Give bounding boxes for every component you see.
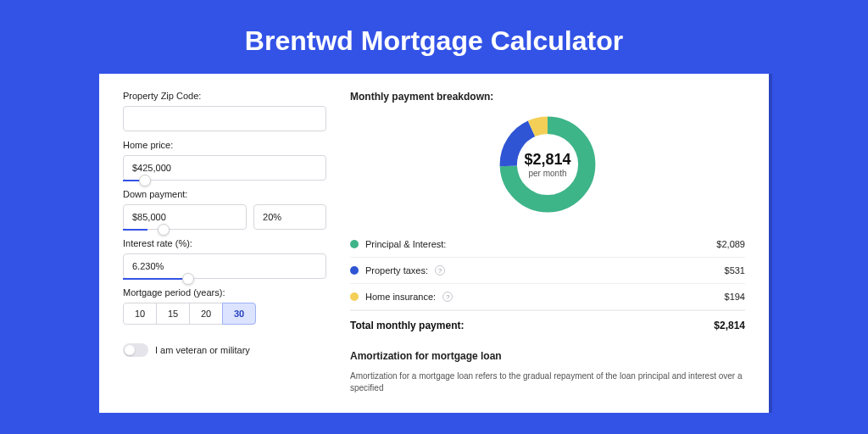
down-payment-label: Down payment: bbox=[123, 189, 326, 199]
legend-row-principal: Principal & Interest: $2,089 bbox=[350, 231, 745, 258]
zip-input[interactable] bbox=[123, 106, 326, 131]
calculator-card: Property Zip Code: Home price: Down paym… bbox=[99, 74, 769, 413]
legend-label: Principal & Interest: bbox=[365, 239, 446, 249]
breakdown-title: Monthly payment breakdown: bbox=[350, 91, 745, 103]
total-label: Total monthly payment: bbox=[350, 320, 464, 331]
info-icon[interactable]: ? bbox=[442, 292, 453, 302]
period-segmented: 10 15 20 30 bbox=[123, 303, 326, 325]
veteran-toggle[interactable] bbox=[123, 343, 148, 357]
breakdown-panel: Monthly payment breakdown: $2,814 per mo… bbox=[350, 91, 745, 396]
home-price-slider[interactable] bbox=[139, 175, 151, 186]
donut-amount: $2,814 bbox=[524, 151, 570, 169]
legend-row-taxes: Property taxes: ? $531 bbox=[350, 258, 745, 284]
period-option-30[interactable]: 30 bbox=[222, 303, 256, 325]
breakdown-donut-chart: $2,814 per month bbox=[496, 113, 599, 216]
form-panel: Property Zip Code: Home price: Down paym… bbox=[123, 91, 326, 396]
amortization-title: Amortization for mortgage loan bbox=[350, 350, 745, 362]
zip-label: Property Zip Code: bbox=[123, 91, 326, 101]
interest-label: Interest rate (%): bbox=[123, 238, 326, 248]
period-option-10[interactable]: 10 bbox=[123, 303, 157, 325]
legend-value: $2,089 bbox=[716, 239, 745, 249]
period-label: Mortgage period (years): bbox=[123, 287, 326, 298]
total-row: Total monthly payment: $2,814 bbox=[350, 310, 745, 343]
legend-value: $531 bbox=[725, 265, 745, 275]
home-price-input[interactable] bbox=[123, 155, 326, 181]
legend-value: $194 bbox=[725, 292, 745, 302]
period-option-20[interactable]: 20 bbox=[189, 303, 223, 325]
amortization-text: Amortization for a mortgage loan refers … bbox=[350, 370, 745, 394]
dot-icon bbox=[350, 266, 359, 275]
interest-input[interactable] bbox=[123, 253, 326, 279]
dot-icon bbox=[350, 240, 359, 248]
interest-slider[interactable] bbox=[182, 273, 194, 285]
down-payment-input[interactable] bbox=[123, 204, 247, 230]
home-price-label: Home price: bbox=[123, 140, 326, 150]
donut-sub: per month bbox=[528, 169, 566, 178]
down-payment-pct-input[interactable] bbox=[253, 204, 326, 230]
legend-row-insurance: Home insurance: ? $194 bbox=[350, 284, 745, 310]
legend-label: Home insurance: bbox=[365, 292, 436, 302]
period-option-15[interactable]: 15 bbox=[156, 303, 190, 325]
down-payment-slider[interactable] bbox=[158, 224, 170, 236]
page-title: Brentwd Mortgage Calculator bbox=[0, 0, 868, 74]
total-value: $2,814 bbox=[714, 320, 745, 331]
dot-icon bbox=[350, 292, 359, 301]
legend-label: Property taxes: bbox=[365, 265, 428, 275]
veteran-label: I am veteran or military bbox=[155, 345, 250, 355]
info-icon[interactable]: ? bbox=[435, 265, 445, 275]
